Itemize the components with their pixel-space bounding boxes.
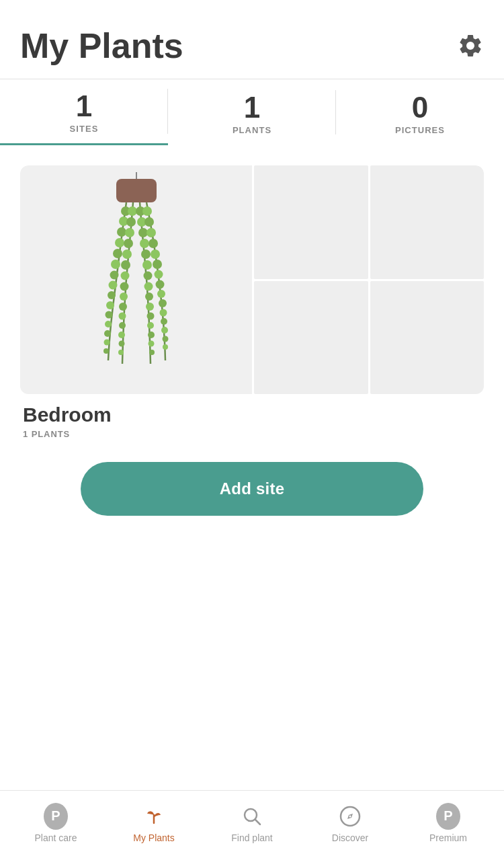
site-grid-images: [252, 165, 484, 394]
svg-point-60: [162, 336, 168, 342]
svg-point-50: [149, 239, 158, 248]
svg-point-11: [106, 301, 114, 309]
svg-point-59: [161, 327, 168, 334]
svg-point-49: [146, 228, 156, 237]
settings-button[interactable]: [457, 32, 484, 62]
svg-point-23: [120, 272, 129, 280]
svg-rect-0: [116, 179, 157, 202]
sites-count: 1: [7, 91, 161, 121]
svg-point-9: [108, 281, 117, 290]
plants-count: 1: [175, 93, 329, 122]
nav-label-find-plant: Find plant: [231, 832, 272, 843]
svg-point-12: [105, 311, 112, 319]
grid-cell-1: [254, 165, 368, 279]
svg-point-8: [110, 271, 118, 280]
stat-plants[interactable]: 1 PLANTS: [168, 81, 336, 145]
svg-point-15: [103, 340, 110, 346]
nav-item-plant-care[interactable]: P Plant care: [22, 799, 89, 849]
search-icon: [240, 804, 264, 828]
main-content: Bedroom 1 PLANTS Add site: [0, 145, 504, 529]
svg-point-5: [115, 238, 124, 247]
svg-point-51: [151, 249, 160, 259]
svg-point-44: [148, 332, 155, 338]
svg-point-45: [148, 341, 154, 347]
svg-point-46: [149, 350, 155, 355]
site-images: [20, 165, 484, 394]
svg-point-35: [140, 239, 149, 248]
pictures-label: PICTURES: [343, 125, 497, 135]
svg-point-48: [144, 217, 154, 227]
header: My Plants: [0, 0, 504, 79]
plant-care-icon: P: [44, 804, 68, 828]
site-info: Bedroom 1 PLANTS: [20, 394, 484, 442]
svg-point-16: [103, 348, 109, 354]
svg-point-28: [119, 322, 126, 329]
svg-point-4: [117, 227, 126, 237]
grid-cell-4: [370, 281, 485, 395]
bottom-nav: P Plant care My Plants Find plant: [0, 790, 504, 856]
nav-item-find-plant[interactable]: Find plant: [218, 799, 286, 849]
svg-point-10: [108, 291, 116, 299]
svg-point-25: [120, 293, 128, 301]
nav-label-my-plants: My Plants: [133, 832, 174, 843]
sprout-icon: [142, 804, 166, 828]
svg-point-66: [349, 815, 351, 817]
svg-point-40: [145, 293, 153, 301]
grid-cell-3: [254, 281, 368, 395]
nav-item-discover[interactable]: Discover: [317, 799, 384, 849]
svg-point-37: [142, 260, 152, 270]
svg-point-52: [153, 260, 162, 269]
svg-point-36: [141, 249, 151, 259]
nav-item-my-plants[interactable]: My Plants: [120, 799, 187, 849]
svg-point-26: [119, 303, 127, 311]
premium-icon: P: [436, 804, 460, 828]
svg-point-57: [159, 309, 167, 317]
site-name: Bedroom: [23, 403, 481, 426]
svg-point-47: [142, 206, 152, 216]
svg-point-22: [121, 260, 130, 270]
svg-point-19: [125, 228, 134, 237]
stat-pictures[interactable]: 0 PICTURES: [336, 81, 504, 145]
plants-label: PLANTS: [175, 125, 329, 135]
pictures-count: 0: [343, 93, 497, 122]
site-card-bedroom[interactable]: Bedroom 1 PLANTS: [20, 165, 484, 442]
svg-point-14: [104, 330, 111, 337]
svg-point-31: [118, 350, 124, 355]
add-site-button[interactable]: Add site: [81, 462, 423, 516]
nav-label-discover: Discover: [332, 832, 368, 843]
nav-item-premium[interactable]: P Premium: [415, 799, 482, 849]
svg-point-27: [118, 313, 126, 320]
svg-point-24: [120, 282, 128, 291]
svg-point-18: [126, 217, 136, 227]
plant-main-image: [20, 165, 252, 394]
svg-point-21: [122, 249, 132, 259]
svg-point-55: [157, 290, 165, 298]
svg-point-7: [111, 260, 120, 269]
svg-point-58: [161, 318, 167, 325]
gear-icon: [457, 32, 484, 59]
nav-label-premium: Premium: [429, 832, 467, 843]
svg-point-38: [143, 272, 152, 280]
svg-point-17: [128, 206, 137, 216]
svg-point-30: [118, 341, 124, 347]
nav-label-plant-care: Plant care: [34, 832, 77, 843]
svg-point-54: [155, 280, 164, 289]
stat-sites[interactable]: 1 SITES: [0, 79, 168, 145]
svg-point-20: [124, 239, 133, 248]
grid-cell-2: [370, 165, 485, 279]
svg-point-39: [144, 282, 153, 291]
site-plant-count: 1 PLANTS: [23, 429, 481, 439]
svg-line-63: [255, 820, 260, 824]
svg-point-42: [146, 313, 154, 320]
page-title: My Plants: [20, 27, 183, 65]
svg-point-43: [147, 322, 154, 329]
svg-point-61: [163, 344, 168, 350]
svg-point-6: [113, 249, 122, 258]
svg-point-56: [159, 299, 167, 307]
plant-svg: [69, 165, 204, 394]
stats-bar: 1 SITES 1 PLANTS 0 PICTURES: [0, 79, 504, 145]
svg-point-29: [118, 332, 125, 338]
sites-label: SITES: [7, 124, 161, 134]
svg-point-41: [146, 303, 154, 311]
svg-point-34: [138, 228, 148, 237]
